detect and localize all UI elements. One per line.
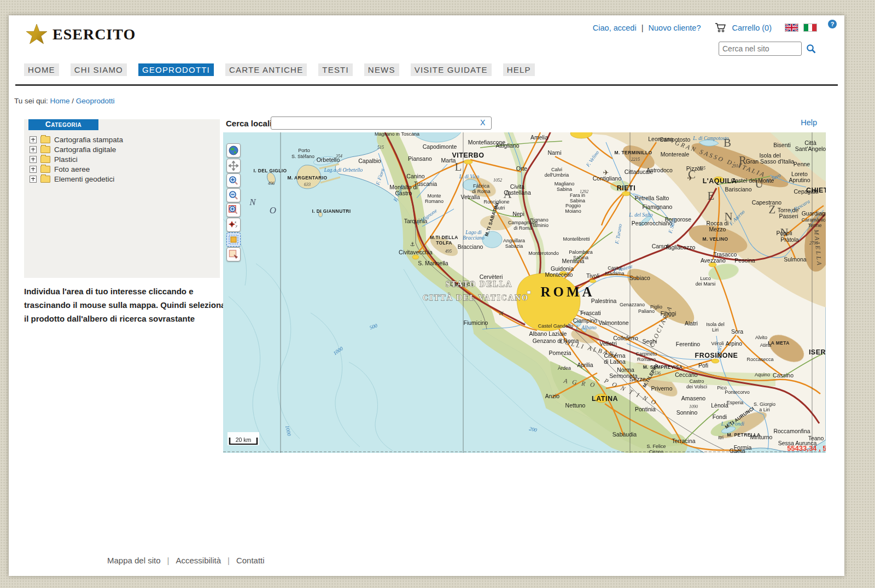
map-label: N [249, 197, 256, 207]
esercito-logo: ESERCITO [25, 23, 136, 46]
italy-flag-icon[interactable] [803, 24, 817, 32]
breadcrumb: Tu sei qui: Home / Geoprodotti [14, 97, 114, 105]
breadcrumb-current-link[interactable]: Geoprodotti [76, 97, 115, 105]
map-label: Capodimonte [423, 143, 457, 150]
footer-accessibility-link[interactable]: Accessibilità [176, 556, 221, 565]
map-label: M. TERMINILLO [615, 150, 652, 155]
category-panel: Categoria Cartografia stampata Cartograf… [24, 119, 220, 278]
footer-contacts-link[interactable]: Contatti [236, 556, 265, 565]
tree-item-foto-aeree[interactable]: Foto aeree [30, 164, 123, 174]
map-label: Albano Laziale [529, 330, 567, 337]
map-select-rectangle-button[interactable] [226, 232, 241, 247]
map-label: Antrodoco [646, 167, 673, 173]
expand-icon[interactable] [30, 176, 37, 183]
footer-sitemap-link[interactable]: Mappa del sito [107, 556, 161, 565]
new-customer-link[interactable]: Nuovo cliente? [649, 24, 701, 32]
map-label: Anguillara [503, 238, 525, 243]
map-label: ISERNIA [809, 348, 826, 356]
map-label: Tivoli [586, 272, 599, 279]
map-label: Gran Sasso d'Italia [746, 158, 795, 165]
map-label: Canino [406, 173, 424, 179]
map-label: ROMA [540, 284, 594, 299]
map-label: Sezze [629, 376, 645, 382]
map-label: Alvito [755, 335, 767, 340]
folder-icon [40, 176, 50, 183]
expand-icon[interactable] [30, 146, 37, 153]
map-label: Romano [637, 357, 656, 362]
map-help-link[interactable]: Help [801, 118, 817, 127]
tree-item-cartografia-stampata[interactable]: Cartografia stampata [30, 135, 123, 144]
map-label: M.TI DELLA [430, 235, 458, 240]
map-label: Romano [425, 199, 444, 204]
cart-icon[interactable] [715, 22, 727, 33]
tree-label[interactable]: Plastici [54, 155, 78, 164]
map-label: Monterotondo [528, 251, 559, 256]
expand-icon[interactable] [30, 136, 37, 143]
map-label: Piglio [650, 304, 662, 310]
clear-search-button[interactable]: X [480, 118, 485, 127]
map-label: Itri [718, 435, 724, 440]
tree-label[interactable]: Foto aeree [54, 165, 90, 173]
map-label: I. DI GIANNUTRI [312, 208, 351, 214]
map-label: Tagliacozzo [666, 244, 696, 251]
map-extent-button[interactable] [226, 247, 241, 261]
map-zoom-in-button[interactable] [226, 173, 241, 188]
map-label: Amelia [530, 134, 548, 141]
svg-text:y: y [235, 224, 238, 228]
search-icon[interactable] [806, 44, 816, 54]
breadcrumb-home-link[interactable]: Home [50, 97, 70, 105]
map-pan-button[interactable] [226, 159, 241, 173]
map-coordinates-button[interactable]: x y [226, 218, 241, 232]
map-label: Pofi [698, 362, 708, 369]
footer: Mappa del sito | Accessibilità | Contatt… [107, 556, 265, 565]
map-label: L. di Vico [459, 174, 480, 179]
map-globe-button[interactable] [226, 143, 241, 158]
star-icon [25, 23, 48, 46]
map-label: dei Volsci [686, 384, 707, 389]
login-link[interactable]: Ciao, accedi [593, 24, 637, 32]
nav-news[interactable]: NEWS [364, 63, 399, 76]
tree-item-plastici[interactable]: Plastici [30, 154, 123, 164]
nav-geoprodotti[interactable]: GEOPRODOTTI [138, 63, 214, 76]
map-label: Lago di [465, 230, 482, 235]
tree-item-cartografia-digitale[interactable]: Cartografia digitale [30, 144, 123, 154]
nav-carte-antiche[interactable]: CARTE ANTICHE [225, 63, 307, 76]
nav-help[interactable]: HELP [503, 63, 535, 76]
tree-label[interactable]: Elementi geodetici [54, 175, 114, 183]
map-label: Roccasecca [746, 357, 773, 362]
scale-label: 20 km [236, 436, 252, 443]
map-label: 354 [335, 154, 342, 159]
tree-label[interactable]: Cartografia digitale [54, 145, 116, 154]
map-label: Ceccano [675, 371, 698, 378]
map-label: S. Stéfano [291, 154, 314, 159]
map-viewport[interactable]: Magliano in ToscanaPortoS. StéfanoI. DEL… [223, 132, 826, 453]
map-label: Monte [427, 193, 441, 199]
locality-search-input[interactable] [271, 117, 492, 130]
expand-icon[interactable] [30, 156, 37, 163]
tree-item-elementi-geodetici[interactable]: Elementi geodetici [30, 174, 123, 184]
map-label: Montereale [661, 151, 690, 158]
map-label: Bracciano [458, 243, 483, 250]
nav-chi-siamo[interactable]: CHI SIAMO [71, 63, 127, 76]
help-icon[interactable]: ? [828, 20, 837, 28]
map-label: STATO DELLA [446, 280, 512, 288]
expand-icon[interactable] [30, 166, 37, 173]
uk-flag-icon[interactable] [785, 24, 798, 32]
map-label: Moiano [565, 208, 581, 214]
nav-testi[interactable]: TESTI [318, 63, 353, 76]
map-label: Esperia [727, 400, 744, 405]
nav-visite-guidate[interactable]: VISITE GUIDATE [411, 63, 492, 76]
map-label: 1090 [689, 404, 698, 409]
cart-link[interactable]: Carrello (0) [732, 24, 772, 32]
map-label: L [455, 160, 462, 173]
map-label: N [724, 210, 732, 223]
map-image[interactable]: Magliano in ToscanaPortoS. StéfanoI. DEL… [223, 132, 826, 453]
site-search-input[interactable] [719, 42, 802, 56]
nav-home[interactable]: HOME [24, 63, 59, 76]
map-zoom-box-button[interactable] [226, 203, 241, 217]
map-zoom-out-button[interactable] [226, 188, 241, 202]
tree-label[interactable]: Cartografia stampata [54, 136, 123, 144]
map-label: ✈ [603, 168, 609, 177]
map-label: Pescina [734, 257, 755, 264]
map-label: Pomezia [549, 350, 571, 356]
